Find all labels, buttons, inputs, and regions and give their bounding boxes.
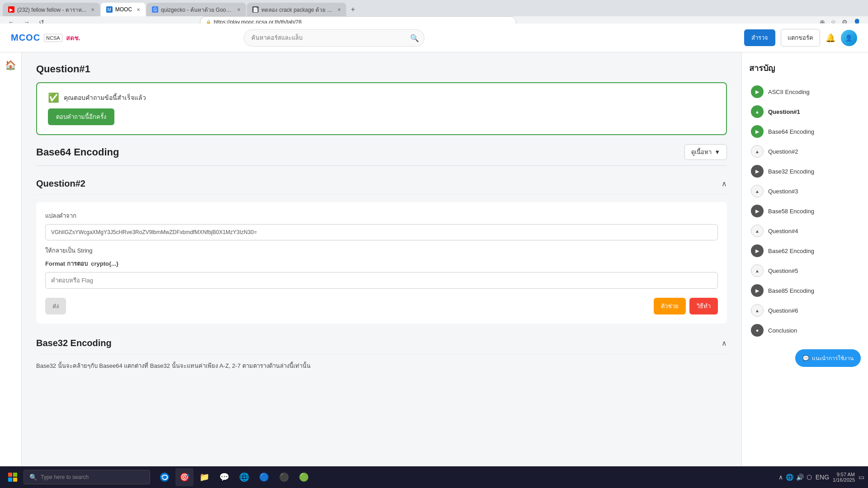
tab-label-2: MOOC — [115, 6, 132, 13]
browser-tab-3[interactable]: G quizgecko - ค้นหาด้วย Google ✕ — [146, 3, 246, 16]
sidebar-left: 🏠 — [0, 52, 22, 488]
toc-item-conclusion[interactable]: ● Conclusion — [749, 320, 861, 340]
base64-title: Base64 Encoding — [36, 146, 119, 158]
toc-item-q5[interactable]: ▲ Question#5 — [749, 261, 861, 281]
edge-icon — [160, 472, 170, 482]
tab-favicon-1: ▶ — [8, 6, 14, 13]
question2-toggle[interactable]: ∧ — [722, 179, 727, 188]
success-row: ✅ คุณตอบคำถามข้อนี้สำเร็จแล้ว — [48, 92, 146, 103]
hint-button[interactable]: ตัวช่วย — [654, 298, 686, 314]
toc-icon-q2: ▲ — [751, 145, 764, 158]
toc-item-base64[interactable]: ▶ Base64 Encoding — [749, 122, 861, 141]
taskbar-app-1[interactable]: 🎯 — [175, 468, 193, 486]
help-btn-area: 💬 แนะนำการใช้งาน — [749, 349, 861, 367]
right-sidebar: สารบัญ ▶ ASCII Encoding ▲ Question#1 ▶ B… — [741, 52, 868, 488]
send-button[interactable]: ส่ง — [45, 298, 66, 314]
start-button[interactable] — [4, 468, 22, 486]
taskbar-icon-1: 🎯 — [179, 472, 189, 482]
sidebar-home-icon[interactable]: 🏠 — [5, 60, 16, 70]
answer-input[interactable] — [45, 272, 718, 289]
taskbar-icon-6: ⚫ — [279, 472, 289, 482]
toc-label-base62: Base62 Encoding — [768, 248, 814, 254]
nav-search-input[interactable] — [244, 29, 425, 47]
new-tab-button[interactable]: + — [347, 3, 359, 16]
toc-icon-q3: ▲ — [751, 185, 764, 197]
toc-label-base58: Base58 Encoding — [768, 208, 814, 215]
browser-tab-1[interactable]: ▶ (232) fellow fellow - ตาราห... ✕ — [3, 3, 100, 16]
base32-section: Base32 Encoding ∧ Base32 นั้นจะคล้ายๆกับ… — [36, 333, 727, 371]
success-text: คุณตอบคำถามข้อนี้สำเร็จแล้ว — [64, 93, 146, 103]
toc-item-q1[interactable]: ▲ Question#1 — [749, 102, 861, 122]
tab-bar: ▶ (232) fellow fellow - ตาราห... ✕ M MOO… — [0, 0, 868, 16]
tab-label-1: (232) fellow fellow - ตาราห... — [17, 5, 86, 14]
toc-icon-base32: ▶ — [751, 165, 764, 178]
sys-icons: ∧ 🌐 🔊 ⬡ — [778, 474, 812, 481]
taskbar-icon-3: 💬 — [219, 472, 229, 482]
help-label: แนะนำการใช้งาน — [812, 354, 854, 362]
nav-search-wrapper: 🔍 — [244, 29, 425, 47]
toc-item-base62[interactable]: ▶ Base62 Encoding — [749, 241, 861, 261]
share-button[interactable]: แตกขอร์ค — [781, 29, 820, 47]
view-content-button[interactable]: ดูเนื้อหา ▼ — [684, 144, 727, 160]
toc-icon-q6: ▲ — [751, 304, 764, 317]
toc-item-base58[interactable]: ▶ Base58 Encoding — [749, 201, 861, 221]
toc-label-base32: Base32 Encoding — [768, 168, 814, 175]
base32-title: Base32 Encoding — [36, 338, 112, 348]
base32-toggle[interactable]: ∧ — [722, 339, 727, 347]
taskbar-app-3[interactable]: 💬 — [215, 468, 233, 486]
toc-item-base32[interactable]: ▶ Base32 Encoding — [749, 161, 861, 181]
content-area: 🏠 Question#1 ✅ คุณตอบคำถามข้อนี้สำเร็จแล… — [0, 52, 868, 488]
toc-label-base85: Base85 Encoding — [768, 287, 814, 294]
toc-label-q5: Question#5 — [768, 267, 798, 274]
taskbar-icon-2: 📁 — [199, 472, 209, 482]
question2-header: Question#2 ∧ — [36, 173, 727, 195]
retry-button[interactable]: ตอบคำถามนี้อีกครั้ง — [48, 108, 114, 125]
svg-rect-1 — [13, 473, 17, 477]
avatar[interactable]: 👤 — [841, 30, 857, 46]
toc-label-base64: Base64 Encoding — [768, 128, 814, 135]
taskbar-app-edge[interactable] — [156, 468, 174, 486]
taskbar-app-4[interactable]: 🌐 — [235, 468, 253, 486]
encoded-input[interactable] — [45, 224, 718, 240]
toc-item-q3[interactable]: ▲ Question#3 — [749, 181, 861, 201]
help-button[interactable]: 💬 แนะนำการใช้งาน — [795, 349, 861, 367]
tab-close-3[interactable]: ✕ — [237, 7, 241, 12]
battery-icon: ⬡ — [807, 474, 812, 481]
search-button[interactable]: 🔍 — [410, 33, 419, 42]
network-icon[interactable]: 🌐 — [786, 474, 793, 481]
taskbar-app-6[interactable]: ⚫ — [275, 468, 293, 486]
toc-item-q4[interactable]: ▲ Question#4 — [749, 221, 861, 241]
toc-item-ascii[interactable]: ▶ ASCII Encoding — [749, 82, 861, 102]
volume-icon[interactable]: 🔊 — [796, 474, 804, 481]
survey-button[interactable]: สำรวจ — [744, 29, 775, 46]
tab-label-4: ทดลอง crack package ด้วย aircr... — [261, 5, 333, 14]
logo-sdc: สดช. — [66, 33, 80, 43]
browser-tab-2[interactable]: M MOOC ✕ — [101, 3, 146, 16]
tab-close-2[interactable]: ✕ — [137, 7, 140, 12]
chevron-up-icon[interactable]: ∧ — [778, 474, 783, 481]
taskbar-search[interactable]: 🔍 Type here to search — [24, 470, 150, 484]
tab-favicon-3: G — [152, 6, 158, 13]
browser-tab-4[interactable]: 📄 ทดลอง crack package ด้วย aircr... ✕ — [247, 3, 346, 16]
toc-label-q2: Question#2 — [768, 148, 798, 155]
tab-close-1[interactable]: ✕ — [91, 7, 94, 12]
base64-section: Base64 Encoding ดูเนื้อหา ▼ — [36, 144, 727, 166]
decode-label: ให้กลายเป็น String — [45, 246, 718, 255]
tab-favicon-2: M — [106, 6, 113, 13]
toc-item-q2[interactable]: ▲ Question#2 — [749, 141, 861, 161]
tab-close-4[interactable]: ✕ — [337, 7, 341, 12]
view-content-label: ดูเนื้อหา — [691, 147, 712, 157]
taskbar-app-2[interactable]: 📁 — [195, 468, 213, 486]
show-desktop-icon[interactable]: ▭ — [859, 474, 864, 481]
taskbar-app-5[interactable]: 🔵 — [255, 468, 273, 486]
notification-button[interactable]: 🔔 — [826, 33, 835, 43]
toc-item-base85[interactable]: ▶ Base85 Encoding — [749, 281, 861, 300]
toc-label-q3: Question#3 — [768, 188, 798, 195]
toc-item-q6[interactable]: ▲ Question#6 — [749, 300, 861, 320]
method-button[interactable]: วิธีทำ — [689, 298, 718, 314]
toc-icon-base58: ▶ — [751, 205, 764, 217]
toc-label-q1: Question#1 — [768, 108, 800, 115]
taskbar-app-7[interactable]: 🟢 — [295, 468, 313, 486]
help-icon: 💬 — [802, 355, 809, 361]
toc-icon-ascii: ▶ — [751, 85, 764, 98]
